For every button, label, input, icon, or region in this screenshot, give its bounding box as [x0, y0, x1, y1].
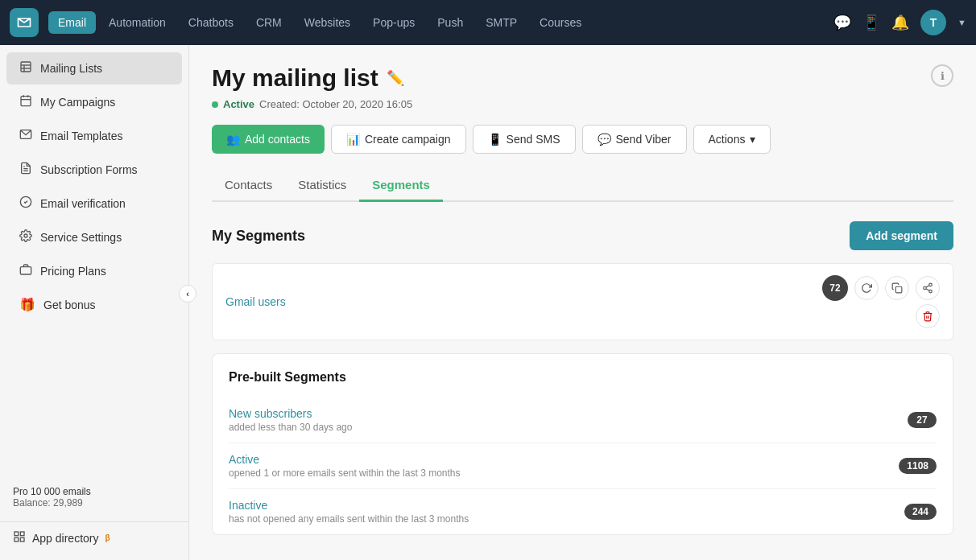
svg-rect-17	[14, 537, 19, 541]
prebuilt-item-desc: opened 1 or more emails sent within the …	[229, 467, 460, 479]
nav-right: 💬 📱 🔔 T ▼	[833, 10, 966, 35]
avatar-chevron[interactable]: ▼	[957, 18, 966, 27]
prebuilt-item-info: New subscribers added less than 30 days …	[229, 407, 352, 433]
pro-badge: Pro 10 000 emails	[13, 486, 176, 497]
segment-copy-icon[interactable]	[885, 276, 909, 300]
sidebar-item-label: Pricing Plans	[40, 265, 106, 278]
sidebar-item-pricing-plans[interactable]: Pricing Plans	[6, 255, 182, 287]
sidebar-item-label: Email verification	[40, 197, 126, 210]
prebuilt-item-desc: added less than 30 days ago	[229, 422, 352, 433]
add-segment-button[interactable]: Add segment	[850, 221, 953, 250]
segment-name[interactable]: Gmail users	[225, 295, 286, 308]
svg-rect-14	[14, 532, 19, 536]
service-settings-icon	[19, 229, 32, 245]
subscription-forms-icon	[19, 162, 32, 178]
tab-statistics[interactable]: Statistics	[285, 170, 359, 202]
add-contacts-button[interactable]: 👥 Add contacts	[212, 125, 325, 154]
segment-top-actions: 72	[822, 275, 940, 301]
bell-icon[interactable]: 🔔	[891, 14, 909, 31]
nav-push[interactable]: Push	[428, 11, 473, 34]
prebuilt-item-count: 244	[904, 504, 937, 520]
mobile-icon[interactable]: 📱	[862, 14, 880, 31]
add-contacts-icon: 👥	[226, 133, 240, 146]
prebuilt-item-count: 1108	[899, 458, 937, 474]
segment-action-group: 72	[822, 275, 940, 328]
segment-delete-icon[interactable]	[916, 304, 940, 328]
segments-header: My Segments Add segment	[212, 221, 953, 250]
create-campaign-button[interactable]: 📊 Create campaign	[331, 125, 466, 154]
campaigns-icon	[19, 94, 32, 110]
prebuilt-segments-title: Pre-built Segments	[229, 370, 937, 385]
sidebar-item-mailing-lists[interactable]: Mailing Lists	[6, 52, 182, 84]
app-directory-label: App directory	[32, 532, 98, 545]
email-verification-icon	[19, 196, 32, 212]
edit-icon[interactable]: ✏️	[387, 69, 404, 87]
sidebar-item-label: Email Templates	[40, 130, 122, 142]
sidebar-item-service-settings[interactable]: Service Settings	[6, 221, 182, 253]
prebuilt-item-info: Inactive has not opened any emails sent …	[229, 499, 469, 525]
user-avatar[interactable]: T	[920, 10, 946, 35]
nav-chatbots[interactable]: Chatbots	[179, 11, 243, 34]
status-active: Active	[223, 98, 254, 110]
nav-crm[interactable]: CRM	[246, 11, 292, 34]
prebuilt-item-count: 27	[908, 412, 937, 428]
send-sms-icon: 📱	[488, 133, 502, 146]
send-sms-button[interactable]: 📱 Send SMS	[473, 125, 576, 154]
prebuilt-segments-section: Pre-built Segments New subscribers added…	[212, 353, 953, 535]
top-nav: Email Automation Chatbots CRM Websites P…	[0, 0, 976, 45]
actions-dropdown-button[interactable]: Actions ▾	[693, 125, 771, 154]
page-title-text: My mailing list	[212, 64, 378, 92]
sidebar-bottom: Pro 10 000 emails Balance: 29,989	[0, 480, 188, 518]
sidebar-collapse-btn[interactable]: ‹	[179, 285, 196, 303]
tabs: Contacts Statistics Segments	[212, 170, 953, 202]
sidebar-item-app-directory[interactable]: App directoryβ	[0, 521, 188, 554]
page-title-group: My mailing list ✏️	[212, 64, 404, 92]
sidebar-item-label: Mailing Lists	[40, 62, 102, 75]
sidebar-item-get-bonus[interactable]: 🎁 Get bonus	[6, 289, 182, 320]
chat-icon[interactable]: 💬	[833, 14, 851, 31]
tab-contacts[interactable]: Contacts	[212, 170, 285, 202]
tab-segments[interactable]: Segments	[359, 170, 443, 202]
send-viber-button[interactable]: 💬 Send Viber	[582, 125, 687, 154]
created-date: Created: October 20, 2020 16:05	[259, 98, 412, 110]
nav-courses[interactable]: Courses	[530, 11, 591, 34]
segments-title: My Segments	[212, 228, 305, 245]
nav-smtp[interactable]: SMTP	[476, 11, 527, 34]
action-buttons: 👥 Add contacts 📊 Create campaign 📱 Send …	[212, 125, 953, 154]
sidebar-item-email-templates[interactable]: Email Templates	[6, 120, 182, 152]
svg-line-22	[926, 289, 929, 290]
svg-rect-18	[895, 286, 902, 293]
segment-share-icon[interactable]	[916, 276, 940, 300]
segment-row: Gmail users 72	[212, 263, 953, 340]
prebuilt-item-name[interactable]: New subscribers	[229, 407, 352, 420]
sidebar-item-email-verification[interactable]: Email verification	[6, 187, 182, 220]
svg-rect-16	[20, 537, 24, 541]
app-directory-icon	[13, 530, 26, 546]
nav-automation[interactable]: Automation	[99, 11, 176, 34]
segment-refresh-icon[interactable]	[854, 276, 879, 300]
svg-point-12	[24, 234, 27, 237]
prebuilt-item-name[interactable]: Inactive	[229, 499, 469, 512]
segment-actions: 72	[822, 275, 940, 328]
sidebar-item-label: Service Settings	[40, 231, 122, 244]
sidebar-item-campaigns[interactable]: My Campaigns	[6, 86, 182, 118]
main-content: My mailing list ✏️ ℹ Active Created: Oct…	[189, 45, 976, 560]
prebuilt-item-info: Active opened 1 or more emails sent with…	[229, 453, 460, 479]
prebuilt-item-active: Active opened 1 or more emails sent with…	[229, 443, 937, 489]
svg-line-23	[926, 286, 929, 287]
nav-email[interactable]: Email	[48, 11, 96, 34]
get-bonus-icon: 🎁	[19, 297, 35, 312]
svg-rect-0	[21, 62, 31, 72]
info-icon[interactable]: ℹ	[931, 64, 953, 87]
svg-rect-15	[20, 532, 24, 536]
svg-point-21	[929, 290, 933, 293]
nav-websites[interactable]: Websites	[295, 11, 360, 34]
prebuilt-item-inactive: Inactive has not opened any emails sent …	[229, 489, 937, 534]
pricing-plans-icon	[19, 263, 32, 279]
prebuilt-item-new-subscribers: New subscribers added less than 30 days …	[229, 397, 937, 443]
prebuilt-item-name[interactable]: Active	[229, 453, 460, 466]
app-logo[interactable]	[10, 8, 39, 37]
sidebar-item-subscription-forms[interactable]: Subscription Forms	[6, 154, 182, 186]
nav-popups[interactable]: Pop-ups	[363, 11, 424, 34]
segment-count-badge: 72	[822, 275, 848, 301]
